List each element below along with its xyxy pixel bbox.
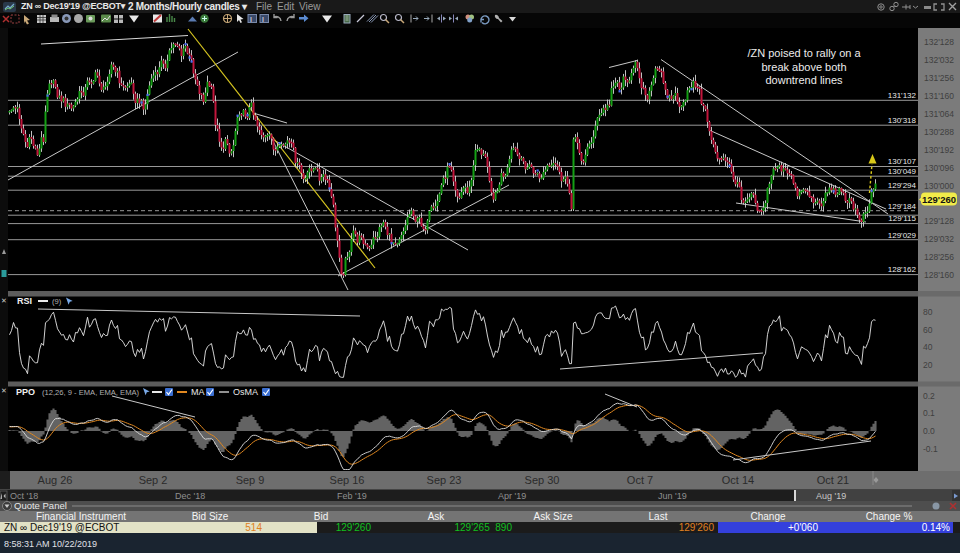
svg-text:I: I [262, 16, 264, 23]
svg-text:✕: ✕ [1, 297, 7, 304]
svg-text:129'184: 129'184 [888, 202, 917, 211]
svg-text:132'128: 132'128 [924, 37, 954, 47]
svg-text:0.2: 0.2 [923, 391, 935, 401]
svg-text:131'132: 131'132 [888, 91, 917, 100]
svg-text:128'160: 128'160 [924, 270, 954, 280]
svg-text:-0.1: -0.1 [923, 444, 938, 454]
svg-text:(12,26, 9 - EMA, EMA, EMA): (12,26, 9 - EMA, EMA, EMA) [42, 388, 140, 397]
svg-text:131'256: 131'256 [924, 73, 954, 83]
svg-text:(9): (9) [52, 297, 62, 306]
svg-text:20: 20 [923, 360, 933, 370]
svg-text:129'128: 129'128 [924, 216, 954, 226]
svg-text:RSI: RSI [17, 296, 32, 306]
svg-text:129'029: 129'029 [888, 231, 917, 240]
svg-text:0.1: 0.1 [923, 408, 935, 418]
svg-text:60: 60 [923, 325, 933, 335]
svg-text:I: I [250, 16, 252, 23]
svg-text:129'032: 129'032 [924, 234, 954, 244]
svg-text:129'294: 129'294 [888, 181, 917, 190]
svg-text:130'288: 130'288 [924, 127, 954, 137]
svg-text:/ZN poised to rally on a: /ZN poised to rally on a [747, 47, 861, 59]
svg-text:130'318: 130'318 [888, 116, 917, 125]
svg-text:✕: ✕ [1, 387, 7, 394]
svg-text:80: 80 [923, 307, 933, 317]
svg-text:40: 40 [923, 342, 933, 352]
svg-text:130'096: 130'096 [924, 163, 954, 173]
svg-text:downtrend lines: downtrend lines [765, 74, 843, 86]
svg-text:130'000: 130'000 [924, 181, 954, 191]
svg-text:0.0: 0.0 [923, 426, 935, 436]
svg-text:128'162: 128'162 [888, 265, 917, 274]
svg-text:130'192: 130'192 [924, 145, 954, 155]
svg-text:OsMA: OsMA [233, 387, 258, 397]
svg-text:PPO: PPO [16, 387, 35, 397]
svg-text:129'260: 129'260 [922, 194, 956, 205]
svg-text:MA: MA [191, 387, 205, 397]
svg-text:130'107: 130'107 [888, 157, 917, 166]
svg-text:132'032: 132'032 [924, 55, 954, 65]
svg-text:131'064: 131'064 [924, 109, 954, 119]
svg-text:128'256: 128'256 [924, 252, 954, 262]
svg-text:130'049: 130'049 [888, 167, 917, 176]
svg-text:break above both: break above both [761, 61, 846, 73]
svg-text:131'160: 131'160 [924, 91, 954, 101]
svg-text:129'115: 129'115 [888, 214, 916, 223]
